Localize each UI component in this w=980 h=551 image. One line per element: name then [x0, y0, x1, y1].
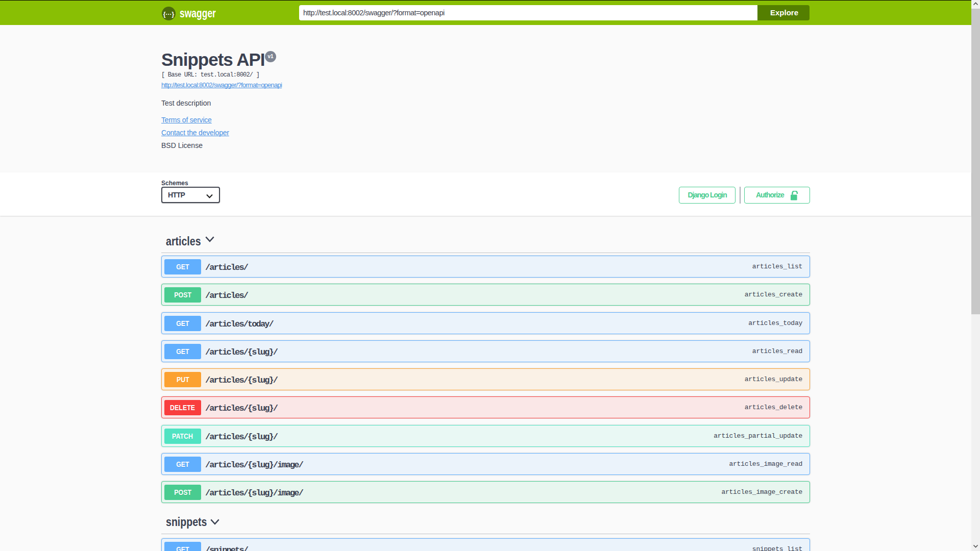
- svg-text:{···}: {···}: [163, 11, 175, 18]
